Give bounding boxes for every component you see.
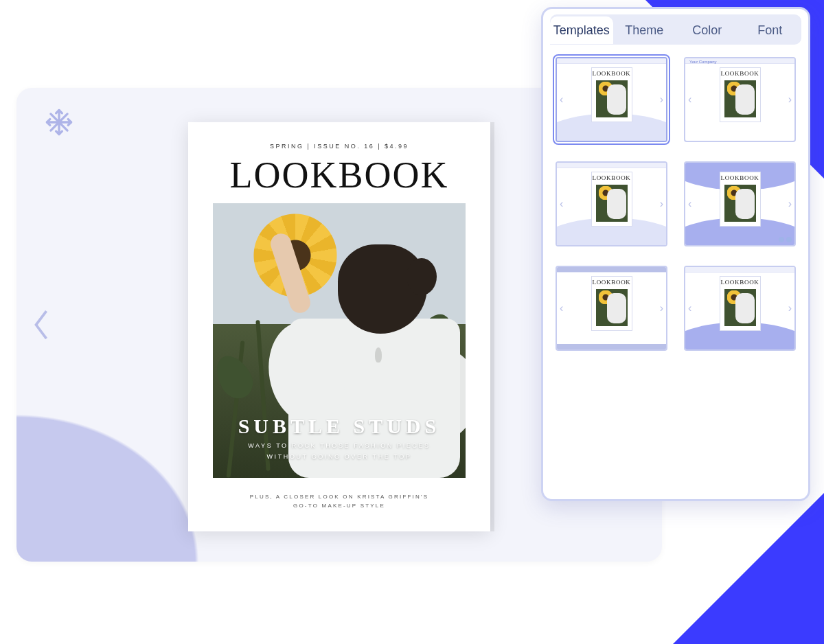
chevron-left-icon	[31, 307, 52, 343]
thumb-next-icon: ›	[660, 93, 663, 106]
template-thumb-2[interactable]: Your Company ‹ › LOOKBOOK	[684, 57, 796, 142]
thumb-prev-icon: ‹	[560, 198, 563, 210]
cover-headline: SUBTLE STUDS	[188, 415, 490, 438]
snowflake-icon	[44, 107, 74, 137]
cover-footer: PLUS, A CLOSER LOOK ON KRISTA GRIFFIN'S …	[188, 493, 490, 511]
thumb-prev-icon: ‹	[560, 302, 563, 314]
mini-title: LOOKBOOK	[720, 277, 760, 286]
template-thumb-6[interactable]: ‹ › LOOKBOOK	[684, 266, 796, 351]
template-thumb-5[interactable]: ‹ › LOOKBOOK	[556, 266, 667, 351]
design-panel: Templates Theme Color Font ‹ › LOOKBOOK …	[541, 7, 810, 501]
thumb-mini-cover: LOOKBOOK	[720, 277, 760, 330]
page-prev-button[interactable]	[26, 303, 56, 347]
cover-meta: SPRING | ISSUE NO. 16 | $4.99	[188, 122, 490, 150]
template-grid: ‹ › LOOKBOOK Your Company ‹ › LOOKBOOK ‹…	[553, 50, 799, 358]
decor-triangle-bottom	[673, 493, 824, 644]
thumb-company-label: Your Company	[689, 60, 716, 64]
thumb-prev-icon: ‹	[688, 93, 691, 106]
thumb-next-icon: ›	[660, 302, 663, 314]
template-thumb-3[interactable]: ‹ › LOOKBOOK	[556, 161, 667, 246]
thumb-next-icon: ›	[788, 198, 792, 210]
cover-headline-block: SUBTLE STUDS WAYS TO ROCK THOSE FASHION …	[188, 415, 490, 460]
thumb-prev-icon: ‹	[560, 93, 563, 106]
thumb-mini-cover: LOOKBOOK	[720, 68, 760, 122]
thumb-dots	[779, 237, 792, 242]
thumb-prev-icon: ‹	[688, 302, 691, 314]
template-thumb-1[interactable]: ‹ › LOOKBOOK	[556, 57, 667, 142]
cover-title: LOOKBOOK	[188, 154, 490, 196]
thumb-mini-cover: LOOKBOOK	[592, 68, 632, 122]
mini-title: LOOKBOOK	[592, 172, 632, 181]
template-thumb-4[interactable]: ‹ › LOOKBOOK	[684, 161, 796, 246]
mini-title: LOOKBOOK	[592, 277, 632, 286]
mini-title: LOOKBOOK	[720, 68, 760, 77]
mini-title: LOOKBOOK	[720, 172, 760, 181]
cover-footer-1: PLUS, A CLOSER LOOK ON KRISTA GRIFFIN'S	[188, 493, 490, 502]
thumb-mini-cover: LOOKBOOK	[720, 172, 760, 226]
thumb-next-icon: ›	[660, 198, 663, 210]
app-logo	[44, 107, 74, 137]
cover-footer-2: GO-TO MAKE-UP STYLE	[188, 502, 490, 511]
tab-templates[interactable]: Templates	[550, 16, 613, 45]
magazine-cover[interactable]: SPRING | ISSUE NO. 16 | $4.99 LOOKBOOK S…	[188, 122, 490, 531]
thumb-prev-icon: ‹	[688, 198, 691, 210]
thumb-mini-cover: LOOKBOOK	[592, 277, 632, 330]
thumb-next-icon: ›	[788, 302, 792, 314]
thumb-mini-cover: LOOKBOOK	[592, 172, 632, 226]
thumb-next-icon: ›	[788, 93, 792, 106]
cover-sub-2: WITHOUT GOING OVER THE TOP	[188, 453, 490, 460]
tab-color[interactable]: Color	[676, 16, 739, 45]
tab-theme[interactable]: Theme	[613, 16, 676, 45]
cover-sub-1: WAYS TO ROCK THOSE FASHION PIECES	[188, 442, 490, 449]
panel-tabs: Templates Theme Color Font	[550, 14, 801, 45]
mini-title: LOOKBOOK	[592, 68, 632, 77]
tab-font[interactable]: Font	[739, 16, 802, 45]
